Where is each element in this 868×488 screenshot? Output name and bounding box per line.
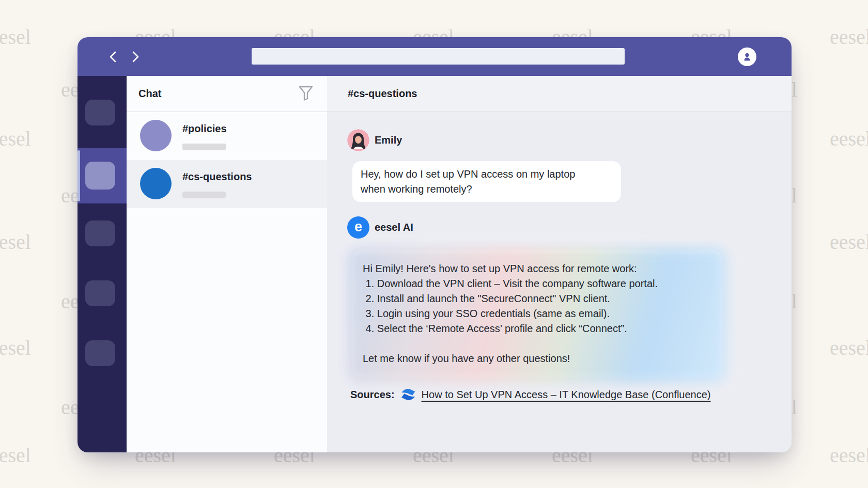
message-author: eesel AI: [375, 222, 413, 233]
conversation-panel: #cs-questions Emily: [327, 76, 792, 452]
message-author: Emily: [375, 134, 402, 146]
emily-message-bubble: Hey, how do I set up VPN access on my la…: [352, 161, 621, 202]
rail-item-5[interactable]: [85, 340, 115, 366]
channel-name: #policies: [182, 123, 227, 135]
source-link[interactable]: How to Set Up VPN Access – IT Knowledge …: [422, 389, 711, 401]
rail-item-2-selected[interactable]: [78, 148, 127, 203]
profile-button[interactable]: [738, 48, 756, 66]
rail-item-2-icon: [85, 162, 115, 190]
channel-avatar-cs-questions: [140, 168, 172, 199]
back-button[interactable]: [107, 50, 120, 64]
conversation-title: #cs-questions: [348, 88, 417, 100]
channel-avatar-policies: [140, 120, 172, 151]
rail-item-3[interactable]: [85, 221, 115, 246]
chevron-right-icon: [128, 50, 142, 64]
chat-list-title: Chat: [138, 88, 161, 100]
person-icon: [741, 51, 753, 62]
sources-row: Sources: How to Set Up VPN Access – IT K…: [350, 386, 711, 403]
message-line: Hey, how do I set up VPN access on my la…: [361, 167, 613, 182]
funnel-icon: [298, 85, 314, 102]
app-window: Chat #policies #cs-questions: [78, 37, 792, 452]
eesel-ai-avatar: e: [347, 216, 369, 239]
eesel-logo-e: e: [354, 220, 362, 234]
message-line: 3. Login using your SSO credentials (sam…: [363, 306, 711, 321]
titlebar: [78, 37, 792, 76]
watermark-text: eesel: [830, 25, 868, 49]
forward-button[interactable]: [128, 50, 142, 64]
woman-illustration-avatar: [347, 129, 369, 151]
channel-name: #cs-questions: [182, 171, 252, 183]
rail-item-4[interactable]: [85, 280, 115, 306]
message-line: [363, 336, 711, 351]
conversation-header: #cs-questions: [327, 76, 792, 112]
message-line: when working remotely?: [361, 182, 613, 197]
message-line: 4. Select the ‘Remote Access’ profile an…: [363, 321, 711, 336]
channel-preview-placeholder: [182, 192, 226, 198]
watermark-text: eesel: [0, 336, 31, 360]
rail-selection-indicator: [78, 150, 80, 201]
message-line: 1. Download the VPN client – Visit the c…: [363, 276, 711, 291]
ai-message-bubble: Hi Emily! Here's how to set up VPN acces…: [352, 250, 722, 377]
message-line: Let me know if you have any other questi…: [363, 351, 711, 366]
chat-list-header: Chat: [127, 76, 327, 112]
watermark-text: eesel: [830, 443, 868, 467]
channel-row-policies[interactable]: #policies: [127, 112, 327, 160]
channel-row-cs-questions[interactable]: #cs-questions: [127, 160, 327, 208]
watermark-text: eesel: [0, 25, 31, 49]
sources-label: Sources:: [350, 389, 395, 401]
confluence-logo-icon: [400, 387, 416, 402]
page-background: eeseleeseleeseleeseleeseleeseleeseleesel…: [0, 0, 868, 488]
watermark-text: eesel: [0, 127, 31, 151]
emily-avatar: [347, 129, 369, 151]
header-divider: [127, 112, 792, 112]
watermark-text: eesel: [830, 230, 868, 254]
watermark-text: eesel: [830, 336, 868, 360]
watermark-text: eesel: [830, 127, 868, 151]
watermark-text: eesel: [0, 230, 31, 254]
chat-list-panel: Chat #policies #cs-questions: [127, 76, 327, 452]
channel-preview-placeholder: [182, 144, 226, 150]
watermark-text: eesel: [0, 443, 31, 467]
filter-button[interactable]: [298, 85, 314, 102]
message-line: Hi Emily! Here's how to set up VPN acces…: [363, 261, 711, 276]
chevron-left-icon: [107, 50, 120, 64]
app-rail: [78, 76, 127, 452]
search-input[interactable]: [252, 48, 625, 65]
message-line: 2. Install and launch the "SecureConnect…: [363, 291, 711, 306]
conversation-body: Emily Hey, how do I set up VPN access on…: [327, 112, 792, 452]
rail-item-1[interactable]: [85, 100, 115, 125]
